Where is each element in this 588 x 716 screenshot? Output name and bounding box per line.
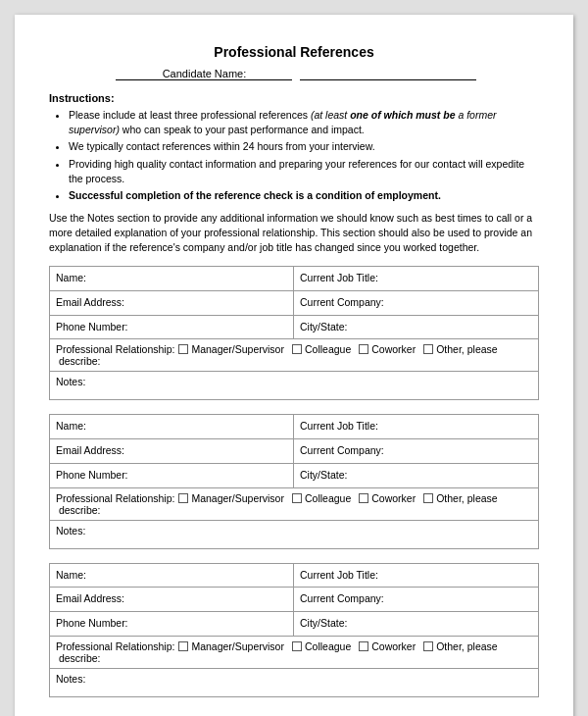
ref1-phone-label: Phone Number:: [56, 321, 128, 332]
ref2-email-cell: Email Address:: [50, 439, 294, 463]
ref2-phone-row: Phone Number: City/State:: [50, 464, 538, 488]
ref2-notes-row: Notes:: [50, 521, 538, 548]
ref2-name-row: Name: Current Job Title:: [50, 415, 538, 439]
ref2-cb-other-box[interactable]: [423, 493, 433, 503]
ref3-phone-label: Phone Number:: [56, 617, 128, 629]
page: Professional References Candidate Name: …: [15, 15, 573, 716]
ref3-name-cell: Name:: [50, 564, 294, 588]
candidate-line: Candidate Name:: [49, 68, 539, 80]
ref3-email-cell: Email Address:: [50, 588, 294, 611]
ref1-phone-cell: Phone Number:: [50, 316, 294, 339]
ref2-name-label: Name:: [56, 420, 86, 432]
ref1-name-cell: Name:: [50, 267, 294, 290]
instructions-paragraph: Use the Notes section to provide any add…: [49, 211, 539, 254]
ref1-checkboxes: Manager/Supervisor Colleague Coworker Ot…: [178, 343, 505, 355]
ref3-cb-manager[interactable]: Manager/Supervisor: [178, 640, 284, 652]
instructions-section: Instructions: Please include at least th…: [49, 92, 539, 203]
candidate-label: Candidate Name:: [116, 68, 292, 80]
ref1-cb-manager-box[interactable]: [178, 344, 188, 354]
ref2-cb-coworker[interactable]: Coworker: [359, 492, 416, 504]
ref3-cb-other[interactable]: Other, please: [423, 640, 497, 652]
ref2-email-label: Email Address:: [56, 444, 124, 456]
ref3-city-cell: City/State:: [294, 612, 538, 636]
ref3-cb-colleague[interactable]: Colleague: [292, 640, 351, 652]
instruction-item-4: Successful completion of the reference c…: [69, 188, 539, 203]
ref2-rel-label: Professional Relationship:: [56, 492, 174, 504]
ref3-email-label: Email Address:: [56, 592, 124, 604]
ref1-email-row: Email Address: Current Company:: [50, 291, 538, 316]
ref1-notes-row: Notes:: [50, 372, 538, 399]
ref3-company-label: Current Company:: [300, 592, 384, 604]
reference-block-2: Name: Current Job Title: Email Address: …: [49, 414, 539, 548]
ref3-checkboxes: Manager/Supervisor Colleague Coworker Ot…: [178, 640, 505, 652]
ref3-cb-colleague-box[interactable]: [292, 641, 302, 651]
ref1-cb-other[interactable]: Other, please: [423, 343, 497, 355]
reference-block-3: Name: Current Job Title: Email Address: …: [49, 563, 539, 697]
ref2-rel-row: Professional Relationship: Manager/Super…: [50, 488, 538, 521]
candidate-name-underline: [300, 68, 476, 80]
ref3-company-cell: Current Company:: [294, 588, 538, 611]
ref1-rel-row: Professional Relationship: Manager/Super…: [50, 339, 538, 372]
ref2-jobtitle-cell: Current Job Title:: [294, 415, 538, 438]
ref1-cb-coworker-box[interactable]: [359, 344, 368, 354]
ref1-notes-label: Notes:: [56, 376, 85, 387]
ref2-name-cell: Name:: [50, 415, 294, 438]
ref2-cb-manager-box[interactable]: [178, 493, 188, 503]
instructions-list: Please include at least three profession…: [69, 108, 539, 203]
ref1-email-label: Email Address:: [56, 296, 124, 308]
ref1-cb-colleague-box[interactable]: [292, 344, 302, 354]
ref2-phone-label: Phone Number:: [56, 469, 128, 481]
ref1-cb-other-box[interactable]: [423, 344, 433, 354]
ref3-jobtitle-cell: Current Job Title:: [294, 564, 538, 588]
ref1-rel-label: Professional Relationship:: [56, 343, 174, 355]
instruction-item-2: We typically contact references within 2…: [69, 139, 539, 154]
ref1-city-label: City/State:: [300, 321, 347, 332]
ref3-cb-coworker[interactable]: Coworker: [359, 640, 416, 652]
page-title: Professional References: [49, 44, 539, 60]
instruction-item-3: Providing high quality contact informati…: [69, 157, 539, 185]
ref2-phone-cell: Phone Number:: [50, 464, 294, 487]
ref3-cb-manager-box[interactable]: [178, 641, 188, 651]
ref2-describe-label: describe:: [56, 504, 101, 516]
ref3-name-label: Name:: [56, 569, 86, 581]
ref2-cb-colleague-box[interactable]: [292, 493, 302, 503]
ref1-cb-colleague[interactable]: Colleague: [292, 343, 351, 355]
ref3-email-row: Email Address: Current Company:: [50, 588, 538, 612]
ref1-name-row: Name: Current Job Title:: [50, 267, 538, 291]
ref2-cb-colleague[interactable]: Colleague: [292, 492, 351, 504]
ref2-company-label: Current Company:: [300, 444, 384, 456]
ref1-email-cell: Email Address:: [50, 291, 294, 315]
ref3-notes-label: Notes:: [56, 673, 85, 685]
ref3-city-label: City/State:: [300, 617, 347, 629]
reference-block-1: Name: Current Job Title: Email Address: …: [49, 266, 539, 400]
ref3-describe-label: describe:: [56, 652, 101, 664]
ref2-city-label: City/State:: [300, 469, 347, 481]
ref3-phone-cell: Phone Number:: [50, 612, 294, 636]
ref1-company-label: Current Company:: [300, 296, 384, 308]
ref2-city-cell: City/State:: [294, 464, 538, 487]
ref3-phone-row: Phone Number: City/State:: [50, 612, 538, 637]
ref2-email-row: Email Address: Current Company:: [50, 439, 538, 464]
ref1-jobtitle-label: Current Job Title:: [300, 272, 378, 283]
ref1-cb-coworker[interactable]: Coworker: [359, 343, 416, 355]
ref3-jobtitle-label: Current Job Title:: [300, 569, 378, 581]
ref3-cb-coworker-box[interactable]: [359, 641, 368, 651]
ref2-notes-label: Notes:: [56, 525, 85, 537]
instruction-item-1: Please include at least three profession…: [69, 108, 539, 136]
ref2-cb-coworker-box[interactable]: [359, 493, 368, 503]
ref1-name-label: Name:: [56, 272, 86, 283]
ref3-cb-other-box[interactable]: [423, 641, 433, 651]
instructions-label: Instructions:: [49, 92, 539, 104]
ref2-cb-other[interactable]: Other, please: [423, 492, 497, 504]
ref3-name-row: Name: Current Job Title:: [50, 564, 538, 588]
ref1-phone-row: Phone Number: City/State:: [50, 316, 538, 340]
ref2-checkboxes: Manager/Supervisor Colleague Coworker Ot…: [178, 492, 505, 504]
ref3-rel-row: Professional Relationship: Manager/Super…: [50, 637, 538, 669]
ref1-jobtitle-cell: Current Job Title:: [294, 267, 538, 290]
ref1-describe-label: describe:: [56, 355, 101, 367]
ref3-notes-row: Notes:: [50, 669, 538, 696]
ref1-cb-manager[interactable]: Manager/Supervisor: [178, 343, 284, 355]
ref2-cb-manager[interactable]: Manager/Supervisor: [178, 492, 284, 504]
ref1-company-cell: Current Company:: [294, 291, 538, 315]
ref1-city-cell: City/State:: [294, 316, 538, 339]
